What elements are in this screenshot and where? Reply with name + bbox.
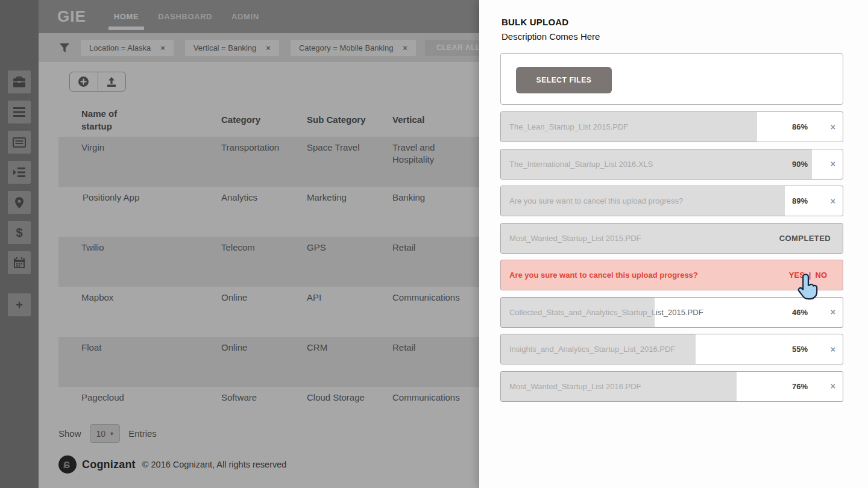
- upload-percent: 46%: [792, 298, 808, 327]
- close-icon[interactable]: ×: [831, 149, 835, 179]
- upload-progress-fill: Most_Wanted_Startup_List 2016.PDF: [501, 372, 737, 401]
- upload-percent: 86%: [792, 112, 808, 142]
- cancel-confirm-item: Are you sure want to cancel this upload …: [500, 260, 843, 290]
- close-icon[interactable]: ×: [831, 298, 835, 327]
- file-dropzone[interactable]: SELECT FILES: [500, 53, 843, 105]
- confirm-divider: |: [809, 271, 811, 280]
- upload-filename-overlay: Are you sure want to cancel this upload …: [509, 186, 683, 216]
- upload-progress-fill: Insights_and_Analytics_Startup_List_2016…: [501, 334, 696, 364]
- upload-item: Are you sure want to cancel this upload …: [500, 186, 843, 216]
- upload-filename-overlay: Insights_and_Analytics_Startup_List_2016…: [509, 334, 675, 364]
- confirm-question: Are you sure want to cancel this upload …: [509, 260, 698, 290]
- upload-filename-overlay: Collected_Stats_and_Analytics_Startup_Li…: [509, 298, 655, 327]
- upload-item: The_Lean_Startup_List 2015.PDF The_Lean_…: [500, 111, 843, 142]
- bulk-upload-panel: BULK UPLOAD Description Comes Here SELEC…: [479, 0, 868, 488]
- upload-item: Most_Wanted_Startup_List 2016.PDF Most_W…: [500, 371, 843, 402]
- upload-filename-overlay: The_International_Startup_List 2016.XLS: [509, 149, 653, 179]
- confirm-actions: YES | NO: [789, 260, 827, 290]
- upload-item: The_International_Startup_List 2016.XLS …: [500, 149, 843, 180]
- upload-percent: 90%: [792, 149, 808, 179]
- close-icon[interactable]: ×: [831, 186, 835, 216]
- close-icon[interactable]: ×: [831, 112, 835, 142]
- select-files-button[interactable]: SELECT FILES: [516, 67, 612, 93]
- upload-progress-fill: The_International_Startup_List 2016.XLS: [501, 149, 812, 179]
- panel-subtitle: Description Comes Here: [502, 31, 600, 42]
- close-icon[interactable]: ×: [831, 372, 835, 401]
- panel-title: BULK UPLOAD: [502, 17, 568, 27]
- upload-status-completed: COMPLETED: [779, 224, 831, 253]
- upload-filename-overlay: Most_Wanted_Startup_List 2015.PDF: [509, 224, 641, 253]
- no-button[interactable]: NO: [816, 271, 828, 280]
- upload-percent: 76%: [792, 372, 808, 401]
- upload-filename-overlay: The_Lean_Startup_List 2015.PDF: [509, 112, 628, 142]
- upload-filename-overlay: Most_Wanted_Startup_List 2016.PDF: [509, 372, 641, 401]
- close-icon[interactable]: ×: [831, 334, 835, 364]
- yes-button[interactable]: YES: [789, 271, 805, 280]
- upload-progress-fill: Are you sure want to cancel this upload …: [501, 186, 785, 216]
- modal-dim-overlay: [0, 0, 479, 488]
- upload-percent: 55%: [792, 334, 808, 364]
- upload-progress-fill: The_Lean_Startup_List 2015.PDF: [501, 112, 757, 142]
- upload-item: Collected_Stats_and_Analytics_Startup_Li…: [500, 297, 843, 328]
- upload-item-completed: Most_Wanted_Startup_List 2015.PDF COMPLE…: [500, 223, 843, 254]
- upload-item: Insights_and_Analytics_Startup_List_2016…: [500, 334, 843, 364]
- upload-list: The_Lean_Startup_List 2015.PDF The_Lean_…: [500, 111, 843, 408]
- upload-percent: 89%: [792, 186, 808, 216]
- upload-progress-fill: Collected_Stats_and_Analytics_Startup_Li…: [501, 298, 655, 327]
